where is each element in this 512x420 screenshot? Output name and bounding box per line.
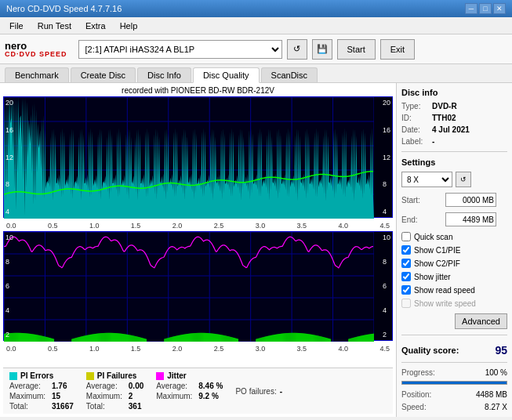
progress-bar-fill: [402, 382, 507, 384]
date-label: Date:: [401, 125, 429, 134]
top-y-axis-right: 20 16 12 8 4: [383, 97, 390, 217]
refresh-icon[interactable]: ↺: [287, 39, 307, 60]
pi-errors-label: PI Errors: [20, 371, 53, 380]
speed-value: 8.27 X: [485, 403, 507, 411]
position-label: Position:: [401, 390, 442, 399]
menu-bar: File Run Test Extra Help: [0, 17, 512, 34]
show-read-speed-row: Show read speed: [401, 285, 507, 295]
right-panel: Disc info Type: DVD-R ID: TTH02 Date: 4 …: [396, 83, 512, 417]
legend-area: PI Errors Average: 1.76 Maximum: 15 Tota…: [3, 368, 393, 414]
position-row: Position: 4488 MB: [401, 390, 507, 399]
end-mb-input[interactable]: [445, 212, 496, 226]
tab-disc-info[interactable]: Disc Info: [137, 67, 191, 82]
jitter-avg: 8.46 %: [198, 382, 223, 390]
disc-label-row: Label: -: [401, 137, 507, 146]
show-c2pif-checkbox[interactable]: [401, 259, 411, 268]
jitter-color: [156, 372, 164, 380]
start-mb-input[interactable]: [445, 193, 496, 207]
progress-bar: [401, 381, 507, 385]
chart-title: recorded with PIONEER BD-RW BDR-212V: [3, 86, 393, 95]
app-title: Nero CD-DVD Speed 4.7.7.16: [6, 4, 122, 13]
divider1: [401, 151, 507, 152]
disc-date-row: Date: 4 Jul 2021: [401, 125, 507, 134]
settings-title: Settings: [401, 158, 507, 167]
position-value: 4488 MB: [476, 390, 507, 399]
chart-container: 20 16 12 8 4 20 16 12 8 4 0.0 0.5: [3, 96, 393, 368]
quality-score-label: Quality score:: [401, 346, 459, 355]
speed-row: Speed: 8.27 X: [401, 403, 507, 411]
show-write-speed-checkbox[interactable]: [401, 299, 411, 308]
title-bar: Nero CD-DVD Speed 4.7.7.16 ─ □ ✕: [0, 0, 512, 17]
speed-selector[interactable]: 8 X: [401, 172, 452, 187]
type-label: Type:: [401, 102, 429, 110]
tab-disc-quality[interactable]: Disc Quality: [193, 67, 260, 83]
legend-jitter: Jitter Average: 8.46 % Maximum: 9.2 %: [156, 371, 223, 411]
disc-info-title: Disc info: [401, 88, 507, 97]
date-value: 4 Jul 2021: [432, 125, 470, 134]
pi-errors-color: [9, 372, 17, 380]
divider2: [401, 335, 507, 335]
tab-scan-disc[interactable]: ScanDisc: [261, 67, 318, 82]
disc-type-row: Type: DVD-R: [401, 102, 507, 110]
tab-create-disc[interactable]: Create Disc: [71, 67, 136, 82]
show-read-speed-checkbox[interactable]: [401, 285, 411, 295]
po-failures-label: PO failures:: [235, 387, 276, 396]
drive-selector[interactable]: [2:1] ATAPI iHAS324 A BL1P: [78, 40, 282, 59]
show-c1pie-row: Show C1/PIE: [401, 245, 507, 255]
end-mb-row: End:: [401, 212, 507, 226]
bottom-y-axis-right: 10 8 6 4 2: [383, 232, 390, 340]
speed-setting-row: 8 X ↺: [401, 172, 507, 187]
quick-scan-label: Quick scan: [414, 233, 452, 241]
show-c2pif-row: Show C2/PIF: [401, 259, 507, 268]
top-chart: 20 16 12 8 4 20 16 12 8 4: [3, 96, 393, 218]
end-mb-label: End:: [401, 215, 442, 224]
legend-pi-errors: PI Errors Average: 1.76 Maximum: 15 Tota…: [9, 371, 74, 411]
pi-errors-max: 15: [52, 392, 60, 400]
quick-scan-checkbox[interactable]: [401, 232, 411, 241]
chart-area: recorded with PIONEER BD-RW BDR-212V 20 …: [0, 83, 396, 417]
toolbar: nero CD·DVD SPEED [2:1] ATAPI iHAS324 A …: [0, 34, 512, 64]
jitter-label: Jitter: [167, 371, 186, 380]
menu-file[interactable]: File: [3, 20, 30, 32]
show-write-speed-row: Show write speed: [401, 299, 507, 308]
refresh-settings-icon[interactable]: ↺: [456, 172, 471, 187]
legend-pi-failures: PI Failures Average: 0.00 Maximum: 2 Tot…: [86, 371, 143, 411]
show-jitter-label: Show jitter: [414, 273, 451, 281]
show-jitter-checkbox[interactable]: [401, 272, 411, 281]
maximize-button[interactable]: □: [479, 3, 492, 14]
legend-po-failures: PO failures: -: [235, 371, 282, 411]
advanced-button[interactable]: Advanced: [455, 313, 507, 329]
quick-scan-row: Quick scan: [401, 232, 507, 241]
tab-benchmark[interactable]: Benchmark: [5, 67, 69, 82]
pi-failures-label: PI Failures: [97, 371, 137, 380]
menu-help[interactable]: Help: [114, 20, 144, 32]
disc-label-value: -: [432, 137, 434, 146]
pi-errors-avg: 1.76: [52, 382, 67, 390]
show-write-speed-label: Show write speed: [414, 299, 476, 308]
menu-extra[interactable]: Extra: [79, 20, 112, 32]
quality-score-value: 95: [495, 344, 507, 357]
pi-failures-max: 2: [129, 392, 133, 400]
show-jitter-row: Show jitter: [401, 272, 507, 281]
minimize-button[interactable]: ─: [465, 3, 478, 14]
start-mb-row: Start:: [401, 193, 507, 207]
pi-failures-total: 361: [129, 402, 142, 411]
start-mb-label: Start:: [401, 196, 442, 205]
save-icon[interactable]: 💾: [312, 39, 332, 60]
menu-run-test[interactable]: Run Test: [31, 20, 78, 32]
bottom-chart: 10 8 6 4 2 10 8 6 4 2: [3, 231, 393, 341]
exit-button[interactable]: Exit: [380, 39, 415, 60]
speed-label: Speed:: [401, 403, 442, 411]
start-button[interactable]: Start: [337, 39, 376, 60]
progress-value: 100 %: [485, 368, 507, 377]
bottom-x-axis: 0.0 0.5 1.0 1.5 2.0 2.5 3.0 3.5 4.0 4.5: [3, 345, 393, 353]
show-c1pie-checkbox[interactable]: [401, 245, 411, 255]
show-c1pie-label: Show C1/PIE: [414, 246, 460, 255]
id-label: ID:: [401, 114, 429, 122]
close-button[interactable]: ✕: [493, 3, 506, 14]
po-failures-value: -: [280, 387, 282, 396]
disc-id-row: ID: TTH02: [401, 114, 507, 122]
tab-bar: Benchmark Create Disc Disc Info Disc Qua…: [0, 64, 512, 83]
id-value: TTH02: [432, 114, 456, 122]
main-content: recorded with PIONEER BD-RW BDR-212V 20 …: [0, 83, 512, 417]
